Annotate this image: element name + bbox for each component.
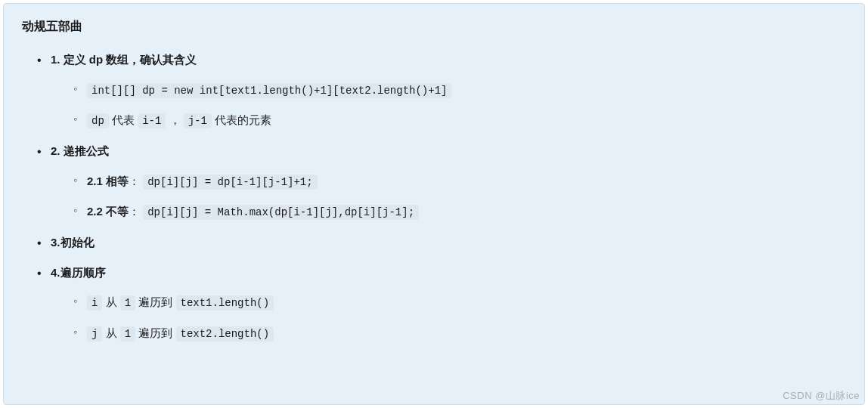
text-to-2: 遍历到 — [135, 326, 175, 339]
document-title: 动规五部曲 — [22, 19, 846, 35]
section-4-item-2: j 从 1 遍历到 text2.length() — [73, 323, 846, 344]
text-from-2: 从 — [102, 326, 119, 339]
section-1-heading: 1. 定义 dp 数组，确认其含义 — [51, 53, 197, 66]
text-to-1: 遍历到 — [135, 295, 175, 308]
text-from-1: 从 — [102, 295, 119, 308]
label-not-equal: 2.2 不等 — [87, 205, 129, 218]
watermark: CSDN @山脉ice — [783, 389, 860, 403]
document-panel: 动规五部曲 1. 定义 dp 数组，确认其含义 int[][] dp = new… — [3, 3, 865, 405]
section-4-item-1: i 从 1 遍历到 text1.length() — [73, 292, 846, 313]
section-4: 4.遍历顺序 i 从 1 遍历到 text1.length() j 从 1 遍历… — [37, 263, 846, 344]
code-one-a: 1 — [120, 295, 135, 311]
section-3: 3.初始化 — [37, 233, 846, 252]
code-dp: dp — [87, 113, 109, 128]
section-2-heading: 2. 递推公式 — [51, 144, 109, 157]
code-j: j — [87, 326, 102, 342]
section-1: 1. 定义 dp 数组，确认其含义 int[][] dp = new int[t… — [37, 50, 846, 131]
section-1-sublist: int[][] dp = new int[text1.length()+1][t… — [51, 80, 846, 131]
sep-1: ： — [129, 175, 140, 187]
text-comma: ， — [166, 113, 183, 126]
code-i: i — [87, 295, 102, 311]
section-2-sublist: 2.1 相等： dp[i][j] = dp[i-1][j-1]+1; 2.2 不… — [51, 172, 846, 223]
text-represents: 代表 — [109, 113, 138, 126]
code-i-minus-1: i-1 — [138, 113, 166, 128]
code-not-equal-formula: dp[i][j] = Math.max(dp[i-1][j],dp[i][j-1… — [143, 205, 419, 220]
code-text1-length: text1.length() — [176, 295, 274, 311]
code-equal-formula: dp[i][j] = dp[i-1][j-1]+1; — [143, 175, 317, 190]
code-one-b: 1 — [120, 326, 135, 342]
section-2-item-2: 2.2 不等： dp[i][j] = Math.max(dp[i-1][j],d… — [73, 202, 846, 222]
text-elements: 代表的元素 — [212, 113, 271, 126]
section-2: 2. 递推公式 2.1 相等： dp[i][j] = dp[i-1][j-1]+… — [37, 141, 846, 222]
main-list: 1. 定义 dp 数组，确认其含义 int[][] dp = new int[t… — [22, 50, 846, 344]
section-4-heading: 4.遍历顺序 — [51, 266, 106, 279]
code-j-minus-1: j-1 — [184, 113, 212, 128]
section-1-item-1: int[][] dp = new int[text1.length()+1][t… — [73, 80, 846, 100]
section-1-item-2: dp 代表 i-1 ， j-1 代表的元素 — [73, 110, 846, 131]
section-2-item-1: 2.1 相等： dp[i][j] = dp[i-1][j-1]+1; — [73, 172, 846, 192]
section-3-heading: 3.初始化 — [51, 236, 95, 249]
sep-2: ： — [129, 205, 140, 218]
code-dp-declaration: int[][] dp = new int[text1.length()+1][t… — [87, 83, 451, 98]
section-4-sublist: i 从 1 遍历到 text1.length() j 从 1 遍历到 text2… — [51, 292, 846, 344]
label-equal: 2.1 相等 — [87, 175, 129, 187]
code-text2-length: text2.length() — [176, 326, 274, 342]
